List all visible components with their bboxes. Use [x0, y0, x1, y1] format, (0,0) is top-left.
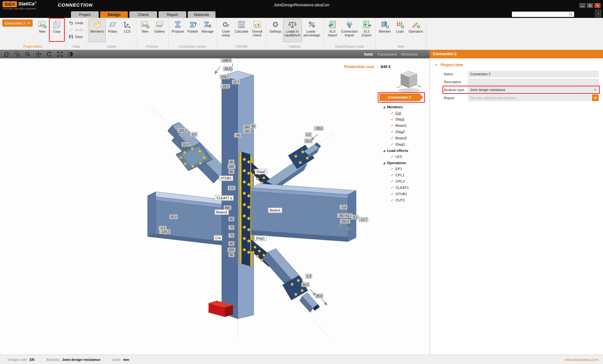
- dim-label[interactable]: 12,7: [232, 80, 240, 84]
- propose-button[interactable]: Propose: [170, 19, 186, 42]
- checkbox-checked-icon[interactable]: ✓: [391, 179, 394, 184]
- dim-label[interactable]: 80: [228, 253, 234, 257]
- checkbox-checked-icon[interactable]: ✓: [391, 117, 394, 121]
- dim-label[interactable]: 15,0: [304, 139, 312, 143]
- dim-label[interactable]: -124,2: [159, 229, 171, 234]
- tree-root-connection[interactable]: Connection 2: [379, 94, 420, 101]
- shading-icon[interactable]: [67, 51, 74, 57]
- dim-label[interactable]: 80: [228, 241, 234, 246]
- dim-label[interactable]: -20,0: [314, 126, 324, 131]
- dim-label[interactable]: 200,0: [177, 128, 188, 133]
- member-label[interactable]: Col: [214, 235, 222, 241]
- checkbox-checked-icon[interactable]: ✓: [391, 136, 394, 140]
- description-input[interactable]: [468, 79, 599, 85]
- dim-label[interactable]: -23,2: [220, 84, 230, 89]
- tree-item-le3[interactable]: ✓LE3: [379, 153, 427, 160]
- beam1-3d[interactable]: [251, 184, 356, 242]
- dim-label[interactable]: 100: [243, 129, 251, 134]
- dim-label[interactable]: 300: [228, 248, 236, 252]
- dim-label[interactable]: 300: [228, 164, 236, 169]
- plates-button[interactable]: Plates: [106, 19, 120, 42]
- dim-label[interactable]: 15,0: [182, 142, 190, 147]
- members-button[interactable]: Members: [89, 19, 106, 42]
- dim-label[interactable]: 80: [228, 160, 234, 164]
- dim-label[interactable]: 70: [228, 225, 234, 230]
- dim-label[interactable]: 15,0: [301, 282, 310, 287]
- dim-label[interactable]: -60: [234, 133, 241, 138]
- rotate-icon[interactable]: [46, 51, 52, 57]
- member-label[interactable]: STUB1: [219, 176, 233, 181]
- maximize-button[interactable]: [587, 3, 593, 8]
- lcs-button[interactable]: LCS: [120, 19, 134, 42]
- tree-item-diag2[interactable]: ✓Diag2: [379, 129, 427, 135]
- calculate-button[interactable]: Calculate: [233, 19, 250, 42]
- xls-import-button[interactable]: XLS Import: [325, 19, 340, 42]
- operation-button[interactable]: Operation: [407, 19, 425, 42]
- project-item-section-header[interactable]: ▼ Project item: [435, 63, 603, 67]
- tree-item-cpl2[interactable]: ✓CPL2: [379, 178, 427, 185]
- publish-button[interactable]: Publish: [186, 19, 200, 42]
- dim-label[interactable]: -0,1: [351, 215, 359, 220]
- checkbox-checked-icon[interactable]: ✓: [391, 155, 394, 159]
- dim-label[interactable]: 39,5: [223, 67, 231, 71]
- connection-selector-dropdown[interactable]: Connection 2: [2, 19, 33, 27]
- tree-item-beam1[interactable]: ✓Beam1: [379, 122, 427, 129]
- loads-percentage-button[interactable]: Loads - percentage: [302, 19, 322, 42]
- code-setup-button[interactable]: Code setup: [219, 19, 233, 42]
- model-3d[interactable]: [0, 58, 430, 355]
- checkbox-checked-icon[interactable]: ✓: [391, 142, 394, 147]
- dim-label[interactable]: -0,5: [190, 132, 198, 137]
- tree-item-cleat1[interactable]: ✓CLEAT1: [379, 185, 427, 191]
- view-mode-wireframe[interactable]: Wireframe: [401, 52, 418, 56]
- dim-label[interactable]: 60: [250, 124, 256, 129]
- copy-button[interactable]: Copy: [50, 19, 64, 42]
- dim-label[interactable]: 150,0: [340, 219, 350, 224]
- dim-label[interactable]: 80: [228, 169, 234, 174]
- dim-label[interactable]: 379,7: [220, 75, 230, 79]
- pan-icon[interactable]: [35, 51, 42, 57]
- dim-label[interactable]: 70: [228, 233, 234, 238]
- tree-item-diag1[interactable]: ✓Diag1: [379, 116, 427, 122]
- checkbox-checked-icon[interactable]: ✓: [391, 167, 394, 171]
- tree-item-cut2[interactable]: ✓CUT2: [379, 197, 427, 203]
- collapse-icon[interactable]: ▼: [435, 63, 438, 67]
- home-icon[interactable]: [3, 51, 10, 57]
- view-mode-solid[interactable]: Solid: [364, 52, 373, 56]
- zoom-window-icon[interactable]: [14, 51, 20, 57]
- diag3-3d[interactable]: [168, 122, 229, 183]
- add-report-button[interactable]: +: [592, 94, 599, 101]
- dim-label[interactable]: 1,3: [305, 274, 312, 279]
- member-label[interactable]: Diag1: [254, 236, 267, 241]
- tab-design[interactable]: Design: [100, 11, 128, 18]
- member-label[interactable]: Beam2: [215, 210, 229, 215]
- dim-label[interactable]: 80: [228, 217, 234, 222]
- dim-label[interactable]: 0,2: [305, 132, 312, 137]
- member-button[interactable]: Member: [377, 19, 393, 42]
- search-input[interactable]: [512, 13, 568, 16]
- new-button[interactable]: New: [138, 19, 152, 42]
- undo-button[interactable]: Undo: [68, 20, 85, 26]
- member-label[interactable]: Beam1: [268, 208, 282, 213]
- info-button[interactable]: i: [595, 10, 601, 17]
- analysis-type-select[interactable]: Joint design resistance ▼: [468, 87, 599, 93]
- checkbox-checked-icon[interactable]: ✓: [391, 186, 394, 190]
- checkbox-checked-icon[interactable]: ✓: [391, 130, 394, 134]
- settings-button[interactable]: Settings: [268, 19, 283, 42]
- search-icon[interactable]: [568, 12, 573, 17]
- loads-in-equilibrium-button[interactable]: Loads in equilibrium: [283, 19, 302, 42]
- checkbox-checked-icon[interactable]: ✓: [391, 124, 394, 128]
- gallery-button[interactable]: Gallery: [152, 19, 167, 42]
- name-input[interactable]: Connection 2: [468, 71, 599, 77]
- tree-item-stub1[interactable]: ✓STUB1: [379, 191, 427, 197]
- viewport-3d[interactable]: -166,539,5379,712,7-23,2200,0-0,515,0300…: [0, 58, 430, 355]
- new-button[interactable]: New: [35, 19, 50, 42]
- manage-button[interactable]: Manage: [200, 19, 215, 42]
- minimize-button[interactable]: [579, 3, 585, 8]
- tree-item-ep1[interactable]: ✓EP1: [379, 166, 427, 172]
- website-link[interactable]: www.ideastatica.com: [565, 358, 599, 361]
- tab-materials[interactable]: Materials: [188, 11, 215, 18]
- column-plate-3d[interactable]: [239, 151, 253, 267]
- dim-label[interactable]: 50,0: [169, 215, 178, 219]
- view-mode-transparent[interactable]: Transparent: [377, 52, 397, 56]
- report-input[interactable]: You can add text and pictures: [468, 95, 591, 101]
